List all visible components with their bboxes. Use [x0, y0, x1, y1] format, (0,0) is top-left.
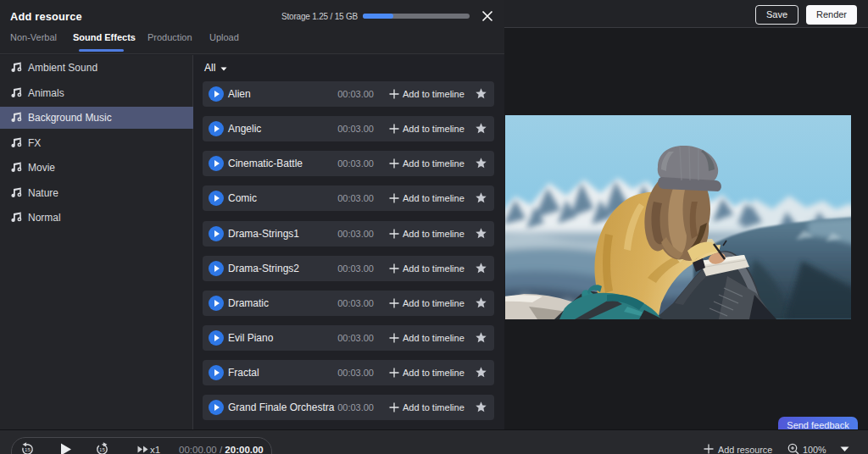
svg-text:15: 15 — [25, 446, 31, 452]
svg-text:15: 15 — [99, 446, 105, 452]
